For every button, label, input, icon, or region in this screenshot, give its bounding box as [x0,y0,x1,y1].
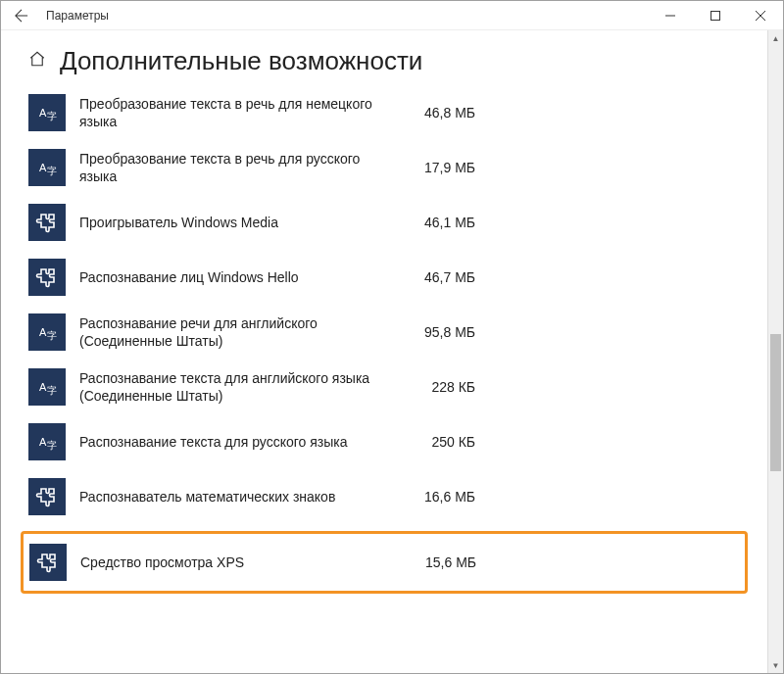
arrow-left-icon [15,9,28,23]
feature-item[interactable]: Средство просмотра XPS15,6 МБ [21,531,748,594]
puzzle-icon [29,544,67,581]
feature-size: 46,1 МБ [407,215,475,230]
scrollbar-up-arrow[interactable]: ▲ [768,30,783,46]
feature-item[interactable]: Распознавание речи для английского (Соед… [28,312,740,353]
language-icon [28,423,66,460]
window-title: Параметры [42,9,109,23]
feature-size: 46,7 МБ [407,269,475,285]
home-icon[interactable] [28,50,46,72]
language-icon [28,313,66,351]
feature-name: Распознавание речи для английского (Соед… [79,314,393,350]
minimize-icon [665,11,675,21]
puzzle-icon [28,478,66,515]
feature-size: 228 КБ [407,379,475,395]
feature-size: 46,8 МБ [407,105,475,120]
features-list: Преобразование текста в речь для немецко… [28,92,740,594]
feature-item[interactable]: Преобразование текста в речь для немецко… [28,92,740,133]
language-icon [28,149,66,186]
language-icon [28,368,66,406]
feature-name: Распознавание лиц Windows Hello [79,268,393,286]
feature-name: Средство просмотра XPS [80,554,394,571]
feature-item[interactable]: Распознаватель математических знаков16,6… [28,476,740,517]
feature-size: 16,6 МБ [407,489,475,505]
page-header: Дополнительные возможности [28,46,740,76]
settings-window: Параметры Дополнительные возможности Пре… [0,0,784,674]
scrollbar-down-arrow[interactable]: ▼ [768,657,783,673]
minimize-button[interactable] [648,1,693,30]
feature-item[interactable]: Распознавание текста для английского язы… [28,366,740,408]
feature-item[interactable]: Преобразование текста в речь для русског… [28,147,740,188]
back-button[interactable] [1,1,42,30]
feature-name: Распознавание текста для английского язы… [79,369,393,405]
titlebar: Параметры [1,1,783,30]
close-icon [756,11,765,21]
feature-name: Преобразование текста в речь для русског… [79,150,393,185]
feature-name: Преобразование текста в речь для немецко… [79,95,393,130]
feature-size: 95,8 МБ [407,324,475,340]
vertical-scrollbar[interactable]: ▲ ▼ [767,30,783,673]
feature-name: Распознавание текста для русского языка [79,433,393,451]
page-title: Дополнительные возможности [60,46,422,76]
feature-size: 250 КБ [407,434,475,450]
window-controls [648,1,783,30]
puzzle-icon [28,204,66,241]
svg-rect-1 [711,11,720,20]
feature-size: 15,6 МБ [408,554,476,570]
feature-name: Распознаватель математических знаков [79,488,393,506]
content-area: Дополнительные возможности Преобразовани… [1,30,767,673]
close-button[interactable] [738,1,783,30]
language-icon [28,94,66,131]
feature-item[interactable]: Проигрыватель Windows Media46,1 МБ [28,202,740,243]
scrollbar-thumb[interactable] [770,334,781,471]
feature-name: Проигрыватель Windows Media [79,214,393,231]
feature-item[interactable]: Распознавание текста для русского языка2… [28,421,740,462]
puzzle-icon [28,259,66,296]
maximize-button[interactable] [693,1,738,30]
feature-size: 17,9 МБ [407,160,475,175]
feature-item[interactable]: Распознавание лиц Windows Hello46,7 МБ [28,257,740,298]
maximize-icon [710,11,720,21]
